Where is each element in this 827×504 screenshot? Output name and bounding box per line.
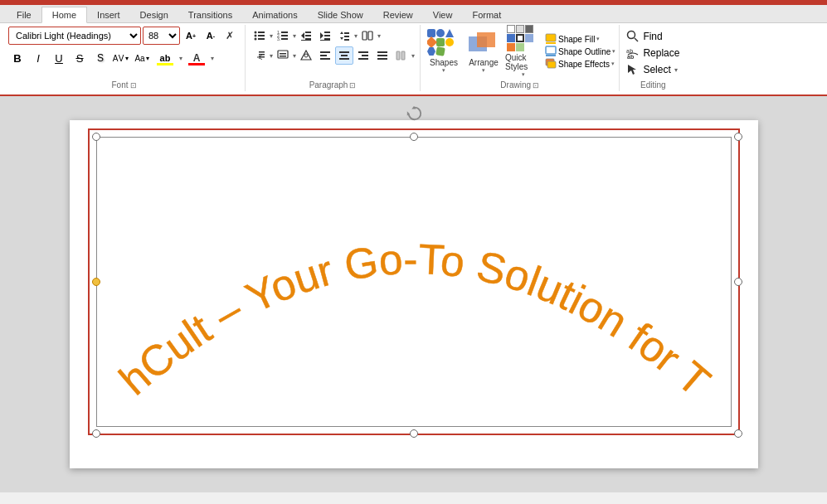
- svg-rect-39: [320, 51, 330, 53]
- arrange-button[interactable]: Arrange ▾: [465, 30, 502, 74]
- align-right-button[interactable]: [354, 46, 372, 65]
- svg-rect-27: [344, 39, 349, 41]
- svg-rect-36: [280, 56, 286, 57]
- svg-rect-14: [305, 32, 311, 33]
- font-size-decrease-button[interactable]: A-: [202, 27, 220, 45]
- svg-text:TechCult – Your Go-To Solution: TechCult – Your Go-To Solution for Tech: [90, 130, 719, 405]
- svg-rect-40: [320, 55, 327, 56]
- strikethrough-button[interactable]: S: [71, 49, 89, 67]
- drawing-group-label: Drawing: [500, 80, 531, 90]
- handle-bottom-right[interactable]: [734, 429, 742, 438]
- svg-text:3.: 3.: [277, 36, 280, 41]
- svg-rect-53: [546, 34, 556, 41]
- handle-mid-right[interactable]: [734, 278, 742, 286]
- svg-rect-17: [301, 40, 311, 41]
- svg-rect-55: [546, 46, 556, 54]
- handle-top-left[interactable]: [92, 133, 100, 141]
- font-group-expand-icon[interactable]: ⊡: [130, 81, 137, 90]
- line-spacing-button[interactable]: [335, 27, 353, 45]
- select-button[interactable]: Select ▾: [626, 63, 679, 76]
- tab-review[interactable]: Review: [373, 7, 423, 22]
- clear-formatting-button[interactable]: ✗: [221, 27, 240, 45]
- font-size-increase-button[interactable]: A+: [182, 27, 200, 45]
- handle-top-right[interactable]: [734, 133, 742, 141]
- font-group-label: Font: [111, 80, 128, 90]
- line-spacing-dropdown[interactable]: ▾: [354, 32, 358, 40]
- highlight-dropdown[interactable]: ▾: [179, 55, 182, 62]
- svg-rect-2: [258, 32, 265, 33]
- bold-button[interactable]: B: [8, 49, 27, 67]
- align-left-button[interactable]: [316, 46, 334, 65]
- tab-home[interactable]: Home: [41, 7, 87, 23]
- tab-slideshow[interactable]: Slide Show: [308, 7, 373, 22]
- char-spacing-button[interactable]: AV▾: [112, 49, 130, 67]
- svg-rect-21: [324, 38, 330, 40]
- underline-button[interactable]: U: [50, 49, 68, 67]
- svg-rect-6: [258, 38, 265, 40]
- tab-design[interactable]: Design: [130, 7, 178, 22]
- numbered-dropdown[interactable]: ▾: [293, 32, 296, 40]
- quick-styles-button[interactable]: Quick Styles ▾: [505, 25, 542, 78]
- tab-animations[interactable]: Animations: [242, 7, 307, 22]
- font-color-dropdown[interactable]: ▾: [211, 55, 214, 62]
- find-button[interactable]: Find: [626, 30, 679, 43]
- svg-rect-31: [259, 51, 265, 53]
- shape-fill-button[interactable]: Shape Fill ▾: [545, 33, 615, 45]
- convert-smartart-button[interactable]: [297, 46, 315, 65]
- rotation-handle[interactable]: [406, 105, 422, 122]
- handle-bottom-left[interactable]: [92, 429, 100, 438]
- para-columns-dropdown[interactable]: ▾: [411, 52, 415, 60]
- svg-rect-47: [358, 58, 368, 60]
- svg-rect-51: [396, 51, 400, 60]
- shape-effects-button[interactable]: Shape Effects ▾: [545, 58, 615, 70]
- align-text-button[interactable]: [274, 46, 292, 65]
- quick-styles-label: Quick Styles: [505, 53, 542, 71]
- change-case-button[interactable]: Aa▾: [133, 49, 151, 67]
- svg-rect-22: [320, 40, 330, 41]
- align-center-button[interactable]: [335, 46, 353, 65]
- drawing-group: Shapes ▾ Arrange ▾: [421, 25, 620, 91]
- increase-indent-button[interactable]: [316, 27, 334, 45]
- text-box-selected[interactable]: TechCult – Your Go-To Solution for Tech: [88, 128, 740, 435]
- columns-button[interactable]: [358, 27, 377, 45]
- decrease-indent-button[interactable]: [297, 27, 315, 45]
- bullets-dropdown[interactable]: ▾: [270, 32, 273, 40]
- text-highlight-button[interactable]: ab: [153, 49, 177, 67]
- numbered-list-button[interactable]: 1. 2. 3.: [274, 27, 292, 45]
- shapes-button[interactable]: Shapes ▾: [426, 29, 462, 74]
- svg-rect-28: [362, 32, 367, 40]
- svg-point-1: [255, 32, 257, 34]
- svg-text:✗: ✗: [226, 30, 234, 41]
- tab-view[interactable]: View: [423, 7, 463, 22]
- shape-outline-button[interactable]: Shape Outline ▾: [545, 46, 615, 57]
- tab-file[interactable]: File: [7, 7, 41, 22]
- italic-button[interactable]: I: [29, 49, 47, 67]
- tab-format[interactable]: Format: [462, 7, 511, 22]
- svg-rect-33: [259, 56, 265, 58]
- svg-rect-15: [305, 35, 311, 36]
- handle-top-center[interactable]: [410, 133, 418, 141]
- svg-point-5: [255, 38, 257, 41]
- paragraph-group-expand-icon[interactable]: ⊡: [349, 81, 356, 90]
- svg-rect-10: [281, 35, 288, 36]
- text-direction-dropdown[interactable]: ▾: [270, 52, 273, 60]
- drawing-group-expand-icon[interactable]: ⊡: [533, 81, 539, 90]
- align-text-dropdown[interactable]: ▾: [293, 52, 296, 60]
- svg-rect-29: [368, 32, 372, 40]
- bullets-button[interactable]: [251, 27, 269, 45]
- para-columns-button[interactable]: [392, 46, 411, 65]
- find-icon: [626, 30, 640, 43]
- tab-transitions[interactable]: Transitions: [178, 7, 242, 22]
- font-size-select[interactable]: 88: [143, 27, 180, 45]
- text-direction-button[interactable]: A: [251, 46, 269, 65]
- columns-dropdown[interactable]: ▾: [377, 32, 381, 40]
- replace-button[interactable]: ab ab Replace: [626, 46, 679, 60]
- font-family-select[interactable]: Calibri Light (Headings): [8, 27, 141, 45]
- text-shadow-button[interactable]: S: [91, 49, 109, 67]
- select-chevron: ▾: [674, 66, 678, 74]
- handle-mid-left[interactable]: [92, 278, 100, 286]
- handle-bottom-center[interactable]: [410, 429, 418, 438]
- justify-button[interactable]: [373, 46, 392, 65]
- tab-insert[interactable]: Insert: [87, 7, 130, 22]
- font-color-button[interactable]: A: [185, 49, 208, 67]
